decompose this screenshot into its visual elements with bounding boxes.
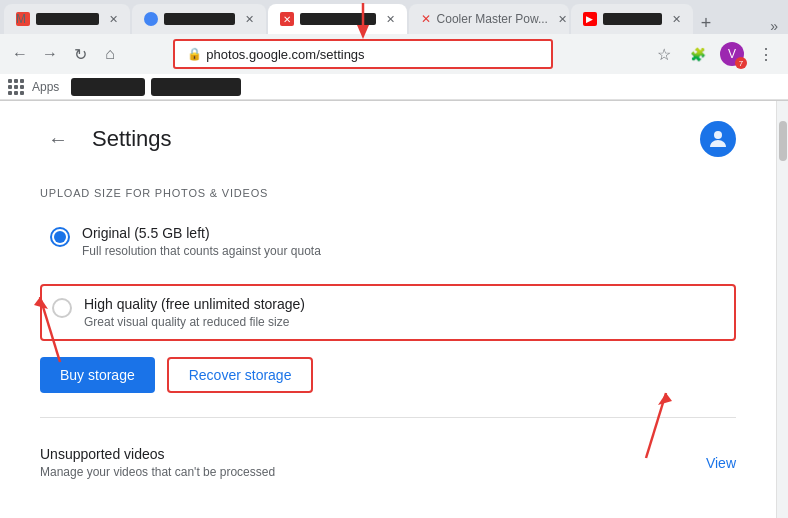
tab-cooler-favicon: ✕ [421, 12, 431, 26]
option-original-text: Original (5.5 GB left) Full resolution t… [82, 225, 321, 258]
tab-gmail-label: ████ [36, 13, 99, 25]
profile-badge: 7 [735, 57, 747, 69]
browser-toolbar: ← → ↻ ⌂ 🔒 photos.google.com/settings ☆ 🧩… [0, 34, 788, 74]
unsupported-videos-row: Unsupported videos Manage your videos th… [40, 434, 736, 491]
option-high-quality-label: High quality (free unlimited storage) [84, 296, 305, 312]
view-button[interactable]: View [706, 455, 736, 471]
home-button[interactable]: ⌂ [98, 42, 122, 66]
tab-cooler-label: Cooler Master Pow... [437, 12, 548, 26]
buy-storage-button[interactable]: Buy storage [40, 357, 155, 393]
reload-button[interactable]: ↻ [68, 42, 92, 66]
option-original[interactable]: Original (5.5 GB left) Full resolution t… [40, 215, 736, 268]
profile-button[interactable]: V 7 [718, 40, 746, 68]
tab-gmail-close[interactable]: ✕ [109, 13, 118, 26]
settings-back-button[interactable]: ← [40, 121, 76, 157]
buttons-row: Buy storage Recover storage [40, 357, 736, 393]
radio-original[interactable] [50, 227, 70, 247]
tab-blacked1-favicon [144, 12, 158, 26]
option-high-quality-desc: Great visual quality at reduced file siz… [84, 315, 305, 329]
page-content: ← Settings UPLOAD SIZE FOR PHOTOS & VIDE… [0, 101, 776, 518]
tab-cooler-close[interactable]: ✕ [558, 13, 567, 26]
option-original-label: Original (5.5 GB left) [82, 225, 321, 241]
tabs-bar: M ████ ✕ ████ ✕ ✕ ████ ✕ ✕ Cooler Master… [0, 0, 788, 34]
recover-storage-button[interactable]: Recover storage [167, 357, 314, 393]
bookmarks-bar: Apps ████ ████ [0, 74, 788, 100]
svg-marker-6 [658, 393, 672, 405]
unsupported-videos-desc: Manage your videos that can't be process… [40, 465, 275, 479]
tab-youtube-favicon: ▶ [583, 12, 597, 26]
section-label: UPLOAD SIZE FOR PHOTOS & VIDEOS [40, 187, 736, 199]
scrollbar-thumb[interactable] [779, 121, 787, 161]
avatar [700, 121, 736, 157]
bookmark-blacked-2: ████ [151, 78, 241, 96]
tab-active-close[interactable]: ✕ [386, 13, 395, 26]
unsupported-videos-title: Unsupported videos [40, 446, 275, 462]
browser-actions: ☆ 🧩 V 7 ⋮ [650, 40, 780, 68]
tab-youtube-label: ████ [603, 13, 662, 25]
more-tabs-button[interactable]: » [764, 18, 784, 34]
address-bar[interactable]: 🔒 photos.google.com/settings [173, 39, 553, 69]
option-high-quality-text: High quality (free unlimited storage) Gr… [84, 296, 305, 329]
svg-point-2 [714, 131, 722, 139]
tab-blacked1-label: ████ [164, 13, 235, 25]
tab-youtube[interactable]: ▶ ████ ✕ [571, 4, 693, 34]
tab-gmail[interactable]: M ████ ✕ [4, 4, 130, 34]
settings-header: ← Settings [40, 121, 736, 157]
option-original-desc: Full resolution that counts against your… [82, 244, 321, 258]
radio-high-quality[interactable] [52, 298, 72, 318]
extensions-button[interactable]: 🧩 [684, 40, 712, 68]
tab-blacked1[interactable]: ████ ✕ [132, 4, 266, 34]
url-text: photos.google.com/settings [206, 47, 539, 62]
browser-chrome: M ████ ✕ ████ ✕ ✕ ████ ✕ ✕ Cooler Master… [0, 0, 788, 101]
back-button[interactable]: ← [8, 42, 32, 66]
apps-label: Apps [32, 80, 59, 94]
tab-youtube-close[interactable]: ✕ [672, 13, 681, 26]
apps-grid-icon [8, 79, 24, 95]
gmail-favicon: M [16, 12, 30, 26]
bookmark-button[interactable]: ☆ [650, 40, 678, 68]
new-tab-button[interactable]: + [695, 13, 718, 34]
forward-button[interactable]: → [38, 42, 62, 66]
tab-active-label: ████ [300, 13, 375, 25]
divider-1 [40, 417, 736, 418]
tab-cooler[interactable]: ✕ Cooler Master Pow... ✕ [409, 4, 569, 34]
more-button[interactable]: ⋮ [752, 40, 780, 68]
page-wrapper: ← Settings UPLOAD SIZE FOR PHOTOS & VIDE… [0, 101, 788, 518]
tab-active[interactable]: ✕ ████ ✕ [268, 4, 406, 34]
tab-active-favicon: ✕ [280, 12, 294, 26]
lock-icon: 🔒 [187, 47, 202, 61]
page-title: Settings [92, 126, 172, 152]
scrollbar-track [776, 101, 788, 518]
option-high-quality[interactable]: High quality (free unlimited storage) Gr… [40, 284, 736, 341]
tab-blacked1-close[interactable]: ✕ [245, 13, 254, 26]
bookmark-blacked-1: ████ [71, 78, 145, 96]
unsupported-videos-info: Unsupported videos Manage your videos th… [40, 446, 275, 479]
